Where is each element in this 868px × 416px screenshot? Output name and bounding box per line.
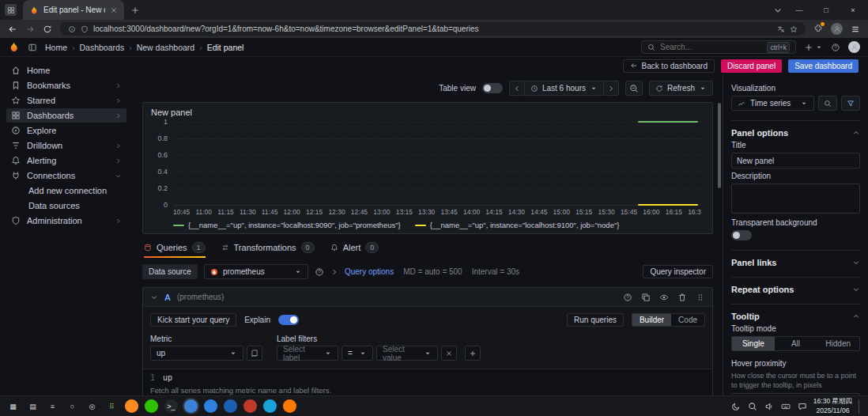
plot-area[interactable]: 10.80.60.40.20 (173, 122, 701, 206)
chevron-down-icon[interactable] (115, 172, 122, 180)
save-dashboard-button[interactable]: Save dashboard (788, 59, 859, 73)
chevron-right-icon[interactable] (115, 217, 122, 225)
file-manager-icon[interactable]: ▤ (26, 399, 40, 413)
zoom-out-button[interactable] (625, 81, 643, 96)
legend-label[interactable]: {__name__="up", instance="localhost:9090… (188, 221, 401, 229)
tab-transformations[interactable]: Transformations0 (221, 242, 315, 258)
chevron-right-icon[interactable] (330, 268, 338, 276)
tab-close-icon[interactable] (110, 6, 118, 14)
add-filter-button[interactable] (465, 346, 481, 361)
volume-icon[interactable] (764, 402, 774, 411)
time-shift-back-button[interactable] (509, 81, 525, 96)
duplicate-query-icon[interactable] (641, 293, 651, 302)
series-line-1[interactable] (638, 204, 698, 206)
query-options-toggle[interactable]: Query options (345, 267, 394, 276)
active-browser-icon[interactable] (184, 399, 198, 413)
viz-suggestions-button[interactable] (818, 96, 837, 111)
scrollbar-thumb[interactable] (718, 103, 721, 188)
tab-queries[interactable]: Queries1 (144, 242, 206, 258)
table-view-toggle[interactable] (482, 83, 503, 93)
site-info-icon[interactable] (68, 25, 76, 33)
browser-orange-icon[interactable] (283, 399, 296, 413)
query-preview[interactable]: 1up (143, 369, 712, 384)
record-icon[interactable]: ◎ (85, 399, 99, 413)
sidebar-item-home[interactable]: Home (6, 63, 126, 78)
software-center-icon[interactable] (243, 399, 257, 413)
sidebar-item-explore[interactable]: Explore (6, 123, 126, 138)
wechat-icon[interactable] (145, 399, 158, 413)
url-bar[interactable]: localhost:3000/dashboard/new?orgId=1&fro… (60, 22, 806, 36)
operator-dropdown[interactable]: = (342, 346, 373, 361)
forward-icon[interactable] (25, 25, 35, 34)
sidebar-item-data-sources[interactable]: Data sources (6, 199, 126, 213)
app-grid-icon[interactable]: ⠿ (105, 399, 119, 413)
collapse-query-icon[interactable] (150, 293, 158, 301)
legend-item[interactable]: {__name__="up", instance="localhost:9090… (173, 221, 401, 229)
taskbar-clock[interactable]: 16:30 星期四 2025/11/06 (813, 397, 852, 414)
sidebar-item-add-new-connection[interactable]: Add new connection (6, 183, 126, 198)
hover-proximity-input[interactable] (731, 393, 860, 395)
sidebar-item-administration[interactable]: Administration (6, 214, 126, 228)
chevron-right-icon[interactable] (115, 97, 122, 104)
sidebar-item-starred[interactable]: Starred (6, 93, 126, 108)
mail-icon[interactable] (224, 399, 237, 413)
maximize-button[interactable]: □ (816, 6, 836, 14)
breadcrumb-new-dashboard[interactable]: New dashboard (137, 43, 195, 52)
description-input[interactable] (731, 183, 860, 214)
toggle-query-visibility-icon[interactable] (659, 293, 669, 302)
sidebar-item-alerting[interactable]: Alerting (6, 153, 126, 168)
time-series-chart[interactable]: 10.80.60.40.20 10:4511:0011:1511:3011:45… (173, 122, 701, 216)
legend-label[interactable]: {__name__="up", instance="localhost:9100… (430, 221, 620, 229)
task-list-icon[interactable]: ≡ (46, 399, 59, 413)
query-help-icon[interactable] (623, 293, 632, 302)
keyboard-icon[interactable] (781, 402, 791, 411)
options-filter-button[interactable] (841, 96, 860, 111)
drag-handle-icon[interactable] (696, 293, 705, 302)
browser-tab[interactable]: Edit panel - New dashboa (23, 0, 124, 20)
help-icon[interactable] (831, 43, 840, 52)
tab-list-chevron-icon[interactable] (773, 6, 783, 15)
remove-filter-button[interactable] (441, 346, 457, 361)
new-tab-icon[interactable] (130, 6, 140, 15)
bookmark-star-icon[interactable] (790, 25, 798, 33)
panel-links-section[interactable]: Panel links (731, 250, 860, 267)
run-queries-button[interactable]: Run queries (567, 313, 624, 327)
start-menu-icon[interactable]: ▦ (6, 399, 20, 413)
reload-icon[interactable] (43, 25, 52, 34)
close-button[interactable]: × (843, 6, 863, 14)
metrics-browser-button[interactable] (247, 346, 262, 361)
time-shift-forward-button[interactable] (603, 81, 619, 96)
tab-alert[interactable]: Alert0 (330, 242, 379, 258)
panel-options-section[interactable]: Panel options (731, 120, 860, 138)
user-avatar[interactable] (848, 41, 860, 53)
kick-start-button[interactable]: Kick start your query (150, 313, 236, 327)
show-desktop-button[interactable] (859, 399, 862, 414)
dark-mode-icon[interactable] (731, 402, 741, 411)
translate-icon[interactable] (777, 25, 785, 33)
datasource-help-icon[interactable] (315, 267, 324, 277)
sidebar-item-dashboards[interactable]: Dashboards (6, 108, 126, 123)
firefox-icon[interactable] (125, 399, 138, 413)
browser-menu-icon[interactable] (851, 25, 860, 34)
messages-icon[interactable] (798, 402, 807, 411)
datasource-picker[interactable]: prometheus (204, 264, 308, 279)
breadcrumb-dashboards[interactable]: Dashboards (80, 43, 125, 52)
url-text[interactable]: localhost:3000/dashboard/new?orgId=1&fro… (93, 25, 772, 33)
chevron-right-icon[interactable] (115, 142, 122, 149)
delete-query-icon[interactable] (677, 293, 687, 302)
query-header[interactable]: A (prometheus) (143, 288, 712, 307)
legend-item[interactable]: {__name__="up", instance="localhost:9100… (415, 221, 620, 229)
browser-app-icon[interactable] (5, 4, 17, 16)
discard-panel-button[interactable]: Discard panel (721, 59, 782, 73)
minimize-button[interactable]: — (789, 6, 810, 14)
builder-option[interactable]: Builder (632, 314, 671, 326)
time-range-picker[interactable]: Last 6 hours (524, 81, 604, 96)
refresh-button[interactable]: Refresh (649, 81, 713, 96)
terminal-icon[interactable]: >_ (164, 399, 178, 413)
breadcrumb-home[interactable]: Home (45, 43, 67, 52)
visualization-picker[interactable]: Time series (731, 96, 814, 111)
panel-preview[interactable]: New panel 10.80.60.40.20 10:4511:0011:15… (142, 102, 713, 234)
query-inspector-button[interactable]: Query inspector (643, 265, 713, 278)
sidebar-toggle-icon[interactable] (28, 43, 37, 52)
transparent-bg-toggle[interactable] (731, 230, 752, 240)
